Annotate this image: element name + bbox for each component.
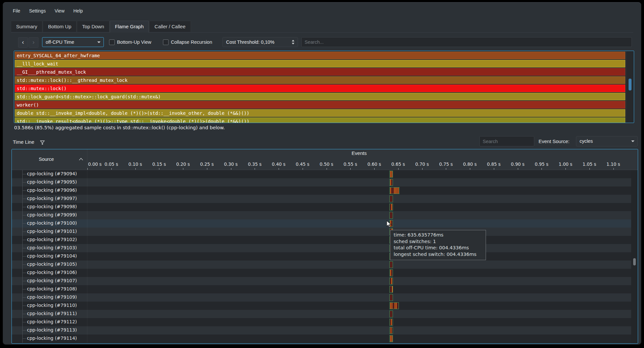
flame-frame[interactable]: worker()	[15, 101, 625, 109]
timeline-row[interactable]: cpp-locking (#79095)	[12, 178, 631, 186]
tree-branch-icon	[22, 182, 26, 183]
spin-down-icon[interactable]	[292, 43, 294, 44]
axis-tick-label: 0.40 s	[272, 162, 285, 167]
timeline-row[interactable]: cpp-locking (#79108)	[12, 285, 631, 293]
tree-branch-icon	[22, 322, 26, 322]
axis-tick-mark	[135, 168, 136, 170]
timeline-view[interactable]: Source Events 0.00 s0.05 s0.10 s0.15 s0.…	[12, 149, 638, 344]
flame-frame[interactable]: __lll_lock_wait	[15, 60, 625, 67]
timeline-row[interactable]: cpp-locking (#79111)	[12, 310, 631, 318]
timeline-row[interactable]: cpp-locking (#79109)	[12, 293, 631, 302]
axis-tick-mark	[398, 168, 399, 170]
source-column-header[interactable]: Source	[12, 149, 87, 170]
timeline-row[interactable]: cpp-locking (#79113)	[12, 326, 631, 335]
flame-frame[interactable]: std::mutex::lock()::__gthread_mutex_lock	[15, 76, 625, 84]
event-stripe	[396, 303, 397, 309]
flame-frame-selected[interactable]: std::mutex::lock()	[15, 85, 625, 92]
timeline-row[interactable]: cpp-locking (#79096)	[12, 186, 631, 195]
tree-branch-icon	[22, 248, 26, 248]
tab-caller-callee[interactable]: Caller / Callee	[149, 21, 191, 32]
timeline-scrollbar-track	[631, 170, 638, 343]
event-stripe	[392, 286, 393, 292]
cost-type-select[interactable]: off-CPU Time	[42, 37, 104, 47]
sched-event-mark[interactable]	[389, 171, 393, 178]
timeline-title: Time Line	[13, 139, 34, 145]
timeline-row[interactable]: cpp-locking (#79106)	[12, 269, 631, 277]
axis-tick-mark	[87, 168, 88, 170]
bottom-up-checkbox[interactable]	[109, 39, 115, 45]
tooltip-sched-switches: sched switches: 1	[394, 238, 482, 245]
thread-label: cpp-locking (#79103)	[27, 245, 77, 250]
flame-frame[interactable]: double std::__invoke_impl<double, double…	[15, 109, 625, 117]
tree-branch-icon	[22, 264, 26, 265]
back-button[interactable]: ‹	[18, 37, 28, 48]
event-source-select[interactable]: cycles	[576, 136, 638, 146]
sched-event-mark[interactable]	[389, 204, 393, 211]
sched-event-mark[interactable]	[389, 195, 393, 202]
timeline-row[interactable]: cpp-locking (#79100)	[12, 219, 631, 228]
flame-frame[interactable]: entry_SYSCALL_64_after_hwframe	[15, 52, 625, 59]
sched-event-mark[interactable]	[389, 302, 399, 309]
axis-tick-label: 0.75 s	[439, 162, 453, 167]
timeline-row[interactable]: cpp-locking (#79110)	[12, 302, 631, 310]
tree-branch-icon	[22, 190, 26, 191]
timeline-row[interactable]: cpp-locking (#79103)	[12, 244, 631, 252]
flame-frame[interactable]: std::__invoke_result<double (*)()>::type…	[15, 117, 625, 123]
flame-graph[interactable]: entry_SYSCALL_64_after_hwframe__lll_lock…	[14, 51, 634, 123]
tab-top-down[interactable]: Top Down	[77, 21, 109, 32]
timeline-row[interactable]: cpp-locking (#79104)	[12, 252, 631, 261]
timeline-row[interactable]: cpp-locking (#79101)	[12, 228, 631, 236]
cost-threshold-spinbox[interactable]: Cost Threshold: 0,10%	[222, 37, 298, 47]
timeline-row[interactable]: cpp-locking (#79097)	[12, 195, 631, 203]
timeline-row[interactable]: cpp-locking (#79107)	[12, 277, 631, 285]
tooltip-time: time: 635.635776ms	[394, 232, 482, 238]
spin-up-icon[interactable]	[292, 40, 294, 41]
sched-event-mark[interactable]	[389, 294, 393, 301]
sched-event-mark[interactable]	[389, 179, 393, 186]
thread-label: cpp-locking (#79107)	[27, 278, 77, 283]
sched-event-mark[interactable]	[389, 187, 400, 194]
event-stripe	[390, 171, 391, 177]
menu-item-file[interactable]: File	[13, 8, 20, 13]
sched-event-mark[interactable]	[389, 212, 393, 219]
timeline-search-input[interactable]	[479, 136, 534, 146]
sched-event-mark[interactable]	[389, 269, 393, 276]
menu-item-help[interactable]: Help	[73, 8, 83, 13]
timeline-row[interactable]: cpp-locking (#79102)	[12, 236, 631, 244]
timeline-row[interactable]: cpp-locking (#79094)	[12, 170, 631, 178]
menu-item-view[interactable]: View	[55, 8, 64, 13]
flame-status-text: 03.586s (85.5%) aggregated sample costs …	[14, 125, 225, 130]
flame-scrollbar-thumb[interactable]	[629, 79, 632, 90]
collapse-recursion-checkbox[interactable]	[163, 39, 169, 45]
tooltip-longest-switch: longest sched switch: 004.4336ms	[394, 251, 482, 258]
timeline-row[interactable]: cpp-locking (#79114)	[12, 335, 631, 343]
thread-label: cpp-locking (#79102)	[27, 237, 77, 242]
event-stripe	[394, 187, 395, 194]
timeline-header: Source Events 0.00 s0.05 s0.10 s0.15 s0.…	[12, 149, 638, 170]
timeline-row[interactable]: cpp-locking (#79098)	[12, 203, 631, 211]
flame-search-input[interactable]	[301, 37, 632, 47]
axis-tick-label: 0.05 s	[104, 162, 118, 167]
sched-event-mark[interactable]	[389, 311, 393, 317]
event-tooltip: time: 635.635776ms sched switches: 1 tot…	[390, 230, 486, 260]
column-separator	[87, 149, 87, 170]
menu-item-settings[interactable]: Settings	[29, 8, 46, 13]
axis-tick-label: 0.20 s	[176, 162, 190, 167]
forward-button[interactable]: ›	[29, 37, 38, 48]
tab-flame-graph[interactable]: Flame Graph	[110, 21, 149, 33]
tab-summary[interactable]: Summary	[11, 21, 42, 32]
sched-event-mark[interactable]	[389, 278, 393, 285]
sched-event-mark[interactable]	[389, 319, 393, 326]
sched-event-mark[interactable]	[389, 335, 393, 342]
timeline-row[interactable]: cpp-locking (#79105)	[12, 261, 631, 269]
timeline-row[interactable]: cpp-locking (#79112)	[12, 318, 631, 326]
timeline-row[interactable]: cpp-locking (#79099)	[12, 211, 631, 219]
tab-bottom-up[interactable]: Bottom Up	[43, 21, 77, 32]
timeline-scrollbar-thumb[interactable]	[633, 258, 636, 265]
sched-event-mark[interactable]	[389, 327, 393, 334]
sched-event-mark[interactable]	[389, 261, 393, 268]
flame-frame[interactable]: std::lock_guard<std::mutex>::lock_guard(…	[15, 93, 625, 100]
filter-icon[interactable]	[40, 140, 45, 145]
flame-frame[interactable]: __GI___pthread_mutex_lock	[15, 68, 625, 76]
sched-event-mark[interactable]	[389, 286, 393, 293]
